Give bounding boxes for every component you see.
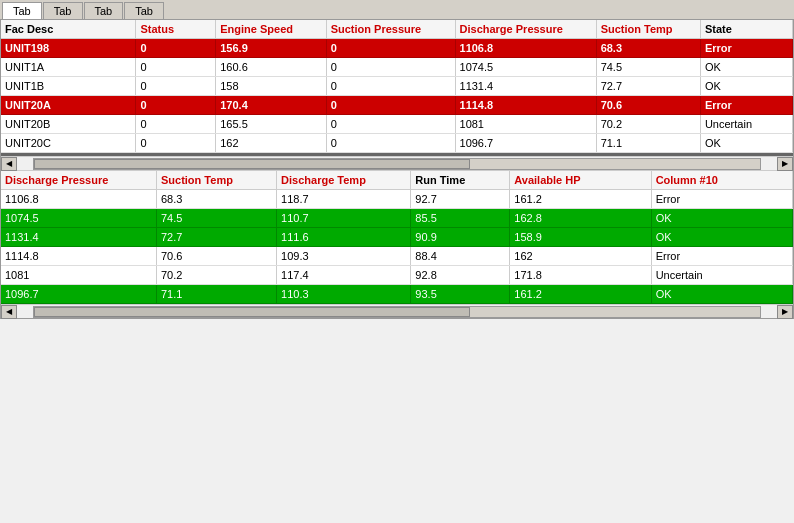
table-row: UNIT1B015801131.472.7OK [1,77,793,96]
main-panel: Fac DescStatusEngine SpeedSuction Pressu… [0,20,794,319]
table-row: 1074.574.5110.785.5162.8OK [1,209,793,228]
table-row: UNIT1A0160.601074.574.5OK [1,58,793,77]
bottom-table-container: Discharge PressureSuction TempDischarge … [1,170,793,304]
top-table-header: Fac DescStatusEngine SpeedSuction Pressu… [1,20,793,39]
table-row: 108170.2117.492.8171.8Uncertain [1,266,793,285]
table-row: UNIT20B0165.50108170.2Uncertain [1,115,793,134]
top-table: Fac DescStatusEngine SpeedSuction Pressu… [1,20,793,153]
tabs-bar: Tab Tab Tab Tab [0,0,794,20]
scroll-right-arrow[interactable]: ▶ [777,157,793,171]
table-row: UNIT20C016201096.771.1OK [1,134,793,153]
table-row: 1114.870.6109.388.4162Error [1,247,793,266]
top-table-container: Fac DescStatusEngine SpeedSuction Pressu… [1,20,793,156]
scrollbar-track[interactable] [33,158,761,170]
tab-3[interactable]: Tab [84,2,124,19]
bottom-table-header: Discharge PressureSuction TempDischarge … [1,171,793,190]
bottom-scroll-right-arrow[interactable]: ▶ [777,305,793,319]
app-container: Tab Tab Tab Tab Fac DescStatusEngine Spe… [0,0,794,319]
bottom-table: Discharge PressureSuction TempDischarge … [1,171,793,304]
top-scrollbar[interactable]: ◀ ▶ [1,156,793,170]
table-row: 1106.868.3118.792.7161.2Error [1,190,793,209]
scroll-left-arrow[interactable]: ◀ [1,157,17,171]
tab-4[interactable]: Tab [124,2,164,19]
table-row: 1096.771.1110.393.5161.2OK [1,285,793,304]
table-row: 1131.472.7111.690.9158.9OK [1,228,793,247]
bottom-scrollbar-thumb[interactable] [34,307,470,317]
table-row: UNIT1980156.901106.868.3Error [1,39,793,58]
tab-2[interactable]: Tab [43,2,83,19]
bottom-scrollbar-track[interactable] [33,306,761,318]
scrollbar-thumb[interactable] [34,159,470,169]
tab-1[interactable]: Tab [2,2,42,19]
bottom-scrollbar[interactable]: ◀ ▶ [1,304,793,318]
bottom-scroll-left-arrow[interactable]: ◀ [1,305,17,319]
table-row: UNIT20A0170.401114.870.6Error [1,96,793,115]
